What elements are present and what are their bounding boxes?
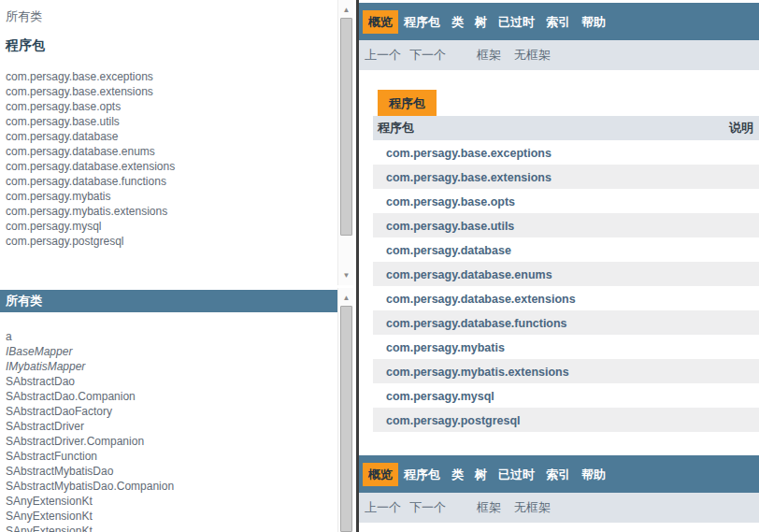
package-cell: com.persagy.postgresql bbox=[373, 408, 729, 432]
prev-link[interactable]: 上一个 bbox=[365, 499, 401, 516]
left-frames: 所有类 程序包 com.persagy.base.exceptions com.… bbox=[0, 0, 353, 532]
class-link[interactable]: SAnyExtensionKt bbox=[6, 509, 337, 524]
package-link[interactable]: com.persagy.mybatis bbox=[386, 341, 505, 354]
package-link[interactable]: com.persagy.database.extensions bbox=[6, 159, 337, 174]
tab-package[interactable]: 程序包 bbox=[398, 463, 446, 486]
package-link[interactable]: com.persagy.database.enums bbox=[386, 268, 552, 281]
tab-index[interactable]: 索引 bbox=[540, 10, 576, 34]
scroll-down-icon[interactable]: ▼ bbox=[338, 267, 353, 283]
tab-overview[interactable]: 概览 bbox=[363, 463, 398, 486]
class-link[interactable]: SAbstractMybatisDao.Companion bbox=[6, 479, 337, 494]
package-link[interactable]: com.persagy.postgresql bbox=[6, 234, 337, 249]
class-link[interactable]: SAbstractDao bbox=[6, 374, 337, 389]
scroll-up-icon[interactable]: ▲ bbox=[338, 2, 353, 18]
package-cell: com.persagy.database.enums bbox=[373, 262, 729, 286]
package-link[interactable]: com.persagy.mybatis.extensions bbox=[386, 366, 569, 379]
column-header-package: 程序包 bbox=[373, 116, 729, 140]
tab-class[interactable]: 类 bbox=[446, 10, 469, 34]
table-row: com.persagy.database bbox=[373, 237, 759, 262]
package-link[interactable]: com.persagy.base.opts bbox=[6, 99, 337, 114]
table-row: com.persagy.base.extensions bbox=[373, 165, 759, 189]
class-link[interactable]: SAnyExtensionKt bbox=[6, 524, 337, 532]
package-cell: com.persagy.mybatis bbox=[373, 335, 729, 359]
class-link[interactable]: SAbstractDriver bbox=[6, 419, 337, 434]
class-link[interactable]: SAbstractDriver.Companion bbox=[6, 434, 337, 449]
package-link[interactable]: com.persagy.base.extensions bbox=[6, 84, 337, 99]
package-link[interactable]: com.persagy.base.opts bbox=[386, 195, 515, 208]
caption-row: 程序包 bbox=[378, 90, 759, 116]
package-link[interactable]: com.persagy.base.utils bbox=[6, 114, 337, 129]
description-cell bbox=[729, 237, 759, 262]
table-row: com.persagy.database.functions bbox=[373, 310, 759, 335]
package-link[interactable]: com.persagy.database.enums bbox=[6, 144, 337, 159]
package-cell: com.persagy.base.opts bbox=[373, 189, 729, 213]
description-cell bbox=[729, 165, 759, 189]
package-link[interactable]: com.persagy.database bbox=[6, 129, 337, 144]
package-link[interactable]: com.persagy.database.functions bbox=[386, 317, 567, 330]
class-link[interactable]: SAbstractDaoFactory bbox=[6, 404, 337, 419]
tab-tree[interactable]: 树 bbox=[469, 463, 493, 486]
scrollbar-thumb[interactable] bbox=[340, 18, 352, 236]
frames-link[interactable]: 框架 bbox=[477, 499, 501, 516]
no-frames-link[interactable]: 无框架 bbox=[514, 499, 551, 516]
package-cell: com.persagy.mybatis.extensions bbox=[373, 359, 729, 383]
package-cell: com.persagy.base.utils bbox=[373, 213, 729, 237]
table-row: com.persagy.postgresql bbox=[373, 408, 759, 432]
package-link[interactable]: com.persagy.base.utils bbox=[386, 220, 514, 233]
scrollbar-thumb[interactable] bbox=[340, 306, 352, 532]
tab-help[interactable]: 帮助 bbox=[576, 10, 611, 34]
package-link[interactable]: com.persagy.database.extensions bbox=[386, 293, 576, 306]
class-link[interactable]: a bbox=[6, 329, 337, 344]
tab-overview[interactable]: 概览 bbox=[363, 10, 398, 34]
table-row: com.persagy.base.exceptions bbox=[373, 140, 759, 165]
class-link[interactable]: SAbstractMybatisDao bbox=[6, 464, 337, 479]
class-link[interactable]: SAbstractDao.Companion bbox=[6, 389, 337, 404]
table-row: com.persagy.base.opts bbox=[373, 189, 759, 213]
tab-package[interactable]: 程序包 bbox=[398, 10, 446, 34]
overview-frame-content: 所有类 程序包 com.persagy.base.exceptions com.… bbox=[0, 0, 337, 285]
table-row: com.persagy.database.extensions bbox=[373, 286, 759, 310]
frames-link[interactable]: 框架 bbox=[477, 47, 501, 64]
package-link[interactable]: com.persagy.base.extensions bbox=[386, 171, 551, 184]
class-link[interactable]: IBaseMapper bbox=[6, 344, 337, 359]
tab-class[interactable]: 类 bbox=[446, 463, 469, 486]
no-frames-link[interactable]: 无框架 bbox=[514, 47, 551, 64]
all-classes-link[interactable]: 所有类 bbox=[6, 9, 337, 24]
description-cell bbox=[729, 286, 759, 310]
prev-link[interactable]: 上一个 bbox=[365, 47, 401, 64]
package-link[interactable]: com.persagy.mybatis bbox=[6, 189, 337, 204]
package-link[interactable]: com.persagy.base.exceptions bbox=[386, 147, 551, 160]
package-list: com.persagy.base.exceptions com.persagy.… bbox=[6, 69, 337, 249]
class-link[interactable]: SAbstractFunction bbox=[6, 449, 337, 464]
packages-heading: 程序包 bbox=[6, 37, 337, 53]
package-link[interactable]: com.persagy.database bbox=[386, 244, 511, 257]
class-link[interactable]: SAnyExtensionKt bbox=[6, 494, 337, 509]
scroll-up-icon[interactable]: ▲ bbox=[338, 290, 353, 306]
table-row: com.persagy.mysql bbox=[373, 383, 759, 408]
class-link[interactable]: IMybatisMapper bbox=[6, 359, 337, 374]
top-subnav: 上一个 下一个 框架 无框架 bbox=[359, 40, 759, 70]
tab-help[interactable]: 帮助 bbox=[576, 463, 611, 486]
package-link[interactable]: com.persagy.mybatis.extensions bbox=[6, 204, 337, 219]
tab-deprecated[interactable]: 已过时 bbox=[493, 10, 540, 34]
all-classes-frame-scrollbar[interactable]: ▲ bbox=[337, 288, 353, 532]
package-link[interactable]: com.persagy.database.functions bbox=[6, 174, 337, 189]
tab-deprecated[interactable]: 已过时 bbox=[493, 463, 540, 486]
package-cell: com.persagy.base.exceptions bbox=[373, 140, 729, 165]
package-cell: com.persagy.base.extensions bbox=[373, 165, 729, 189]
tab-index[interactable]: 索引 bbox=[540, 463, 576, 486]
description-cell bbox=[729, 213, 759, 237]
top-navbar: 概览 程序包 类 树 已过时 索引 帮助 bbox=[359, 3, 759, 40]
description-cell bbox=[729, 408, 759, 432]
package-link[interactable]: com.persagy.mysql bbox=[386, 390, 494, 403]
next-link[interactable]: 下一个 bbox=[409, 499, 446, 516]
package-link[interactable]: com.persagy.postgresql bbox=[386, 414, 521, 427]
overview-frame: 所有类 程序包 com.persagy.base.exceptions com.… bbox=[0, 0, 353, 285]
next-link[interactable]: 下一个 bbox=[409, 47, 446, 64]
overview-frame-scrollbar[interactable]: ▲ ▼ bbox=[337, 0, 353, 285]
all-classes-frame: 所有类 a IBaseMapper IMybatisMapper SAbstra… bbox=[0, 288, 353, 532]
package-link[interactable]: com.persagy.mysql bbox=[6, 219, 337, 234]
tab-tree[interactable]: 树 bbox=[469, 10, 493, 34]
package-link[interactable]: com.persagy.base.exceptions bbox=[6, 69, 337, 84]
description-cell bbox=[729, 262, 759, 286]
